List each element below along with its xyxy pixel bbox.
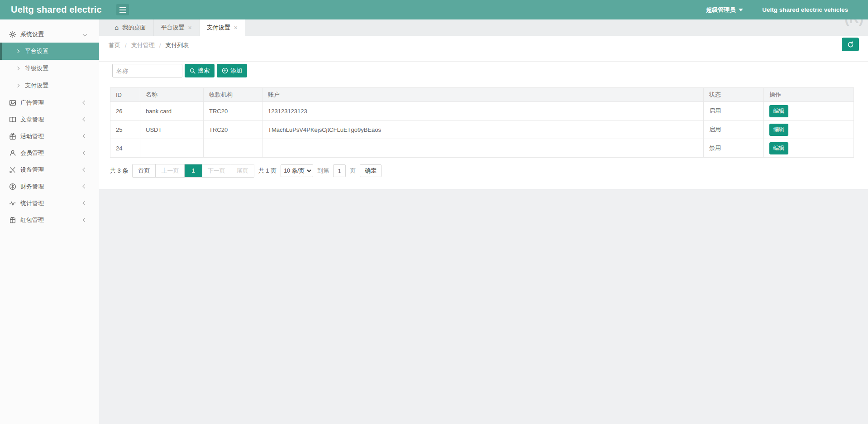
edit-button[interactable]: 编辑 bbox=[769, 124, 788, 136]
tab-label: 支付设置 bbox=[207, 24, 230, 32]
chevron-left-icon bbox=[83, 117, 87, 122]
page-count-text: 共 1 页 bbox=[258, 167, 277, 175]
sidebar-item-label: 文章管理 bbox=[20, 116, 44, 124]
chevron-right-icon bbox=[16, 49, 19, 53]
breadcrumb-bar: 首页 / 支付管理 / 支付列表 bbox=[99, 36, 868, 62]
sidebar-item-device-management[interactable]: 设备管理 bbox=[0, 161, 99, 178]
tab-payment-settings[interactable]: 支付设置 × bbox=[200, 19, 245, 36]
per-page-select[interactable]: 10 条/页 bbox=[281, 164, 313, 177]
close-icon[interactable]: × bbox=[188, 24, 192, 31]
sidebar-item-stats-management[interactable]: 统计管理 bbox=[0, 195, 99, 212]
content-panel: 首页 / 支付管理 / 支付列表 搜索 bbox=[99, 36, 868, 189]
chevron-left-icon bbox=[83, 134, 87, 139]
sidebar-subitem-label: 支付设置 bbox=[25, 82, 48, 90]
sidebar-subitem-level-settings[interactable]: 等级设置 bbox=[0, 60, 99, 77]
current-page-button[interactable]: 1 bbox=[185, 164, 202, 177]
tab-my-desktop[interactable]: ⌂ 我的桌面 bbox=[107, 19, 154, 36]
chevron-left-icon bbox=[83, 168, 87, 172]
status-badge: 启用 bbox=[704, 120, 764, 139]
chevron-left-icon bbox=[83, 218, 87, 222]
edit-button[interactable]: 编辑 bbox=[769, 105, 788, 117]
page-buttons: 首页 上一页 1 下一页 尾页 bbox=[132, 164, 254, 178]
sidebar-item-activity-management[interactable]: 活动管理 bbox=[0, 128, 99, 145]
cell-id: 25 bbox=[110, 120, 140, 139]
admin-dropdown[interactable]: 超级管理员 bbox=[706, 6, 743, 14]
sidebar-item-ad-management[interactable]: 广告管理 bbox=[0, 94, 99, 111]
tab-label: 我的桌面 bbox=[123, 24, 146, 32]
status-badge: 启用 bbox=[704, 102, 764, 120]
edit-button[interactable]: 编辑 bbox=[769, 142, 788, 154]
app-header: Ueltg shared electric 超级管理员 Ueltg shared… bbox=[0, 0, 868, 19]
cell-org bbox=[204, 139, 262, 158]
sidebar-subitem-platform-settings[interactable]: 平台设置 bbox=[0, 43, 99, 60]
cell-account: TMachLuPsV4PKejsCjtCFLuETgo9yBEaos bbox=[262, 120, 704, 139]
prev-page-button[interactable]: 上一页 bbox=[156, 164, 185, 177]
pagination: 共 3 条 首页 上一页 1 下一页 尾页 共 1 页 10 条/页 到第 页 … bbox=[110, 164, 868, 178]
search-input[interactable] bbox=[112, 64, 182, 77]
col-id: ID bbox=[110, 88, 140, 102]
sidebar-item-member-management[interactable]: 会员管理 bbox=[0, 145, 99, 161]
sidebar-item-article-management[interactable]: 文章管理 bbox=[0, 111, 99, 128]
next-page-button[interactable]: 下一页 bbox=[202, 164, 231, 177]
dollar-icon bbox=[9, 183, 16, 190]
sidebar-subitem-label: 平台设置 bbox=[25, 47, 48, 55]
col-name: 名称 bbox=[140, 88, 204, 102]
add-button[interactable]: 添加 bbox=[217, 64, 247, 77]
sidebar-item-label: 广告管理 bbox=[20, 99, 44, 107]
cell-account: 123123123123 bbox=[262, 102, 704, 120]
refresh-icon bbox=[847, 41, 854, 48]
menu-toggle-button[interactable] bbox=[116, 4, 129, 15]
search-button[interactable]: 搜索 bbox=[185, 64, 215, 77]
chevron-right-icon bbox=[16, 84, 19, 87]
sidebar-item-label: 设备管理 bbox=[20, 166, 44, 174]
admin-label: 超级管理员 bbox=[706, 6, 735, 14]
sidebar-item-system-settings[interactable]: 系统设置 bbox=[0, 26, 99, 43]
chevron-down-icon bbox=[739, 9, 743, 11]
sidebar-item-label: 统计管理 bbox=[20, 199, 44, 207]
goto-page-input[interactable] bbox=[333, 164, 346, 177]
sidebar-item-label: 财务管理 bbox=[20, 183, 44, 191]
cell-org: TRC20 bbox=[204, 120, 262, 139]
confirm-button[interactable]: 确定 bbox=[360, 164, 382, 177]
col-account: 账户 bbox=[262, 88, 704, 102]
first-page-button[interactable]: 首页 bbox=[133, 164, 156, 177]
total-count-text: 共 3 条 bbox=[110, 167, 128, 175]
plus-circle-icon bbox=[222, 67, 228, 74]
sidebar-subitem-label: 等级设置 bbox=[25, 64, 48, 72]
pulse-icon bbox=[9, 200, 16, 207]
sidebar-subitem-payment-settings[interactable]: 支付设置 bbox=[0, 77, 99, 94]
col-org: 收款机构 bbox=[204, 88, 262, 102]
chevron-left-icon bbox=[83, 151, 87, 155]
hamburger-icon bbox=[119, 7, 126, 8]
home-icon: ⌂ bbox=[114, 24, 119, 31]
col-actions: 操作 bbox=[764, 88, 854, 102]
sidebar-item-redpacket-management[interactable]: 红包管理 bbox=[0, 212, 99, 228]
breadcrumb-home[interactable]: 首页 bbox=[109, 41, 120, 49]
image-icon bbox=[9, 99, 16, 106]
status-badge: 禁用 bbox=[704, 139, 764, 158]
sidebar-item-label: 会员管理 bbox=[20, 149, 44, 157]
tab-platform-settings[interactable]: 平台设置 × bbox=[154, 19, 200, 36]
sidebar-item-finance-management[interactable]: 财务管理 bbox=[0, 178, 99, 195]
tab-bar: ⌂ 我的桌面 平台设置 × 支付设置 × bbox=[99, 19, 868, 36]
tools-icon bbox=[9, 166, 16, 173]
chevron-down-icon bbox=[83, 32, 87, 37]
cell-account bbox=[262, 139, 704, 158]
brand-text: Ueltg shared electric vehicles bbox=[762, 6, 848, 13]
book-icon bbox=[9, 116, 16, 123]
refresh-button[interactable] bbox=[842, 38, 859, 51]
sidebar: 系统设置 平台设置 等级设置 支付设置 广告管理 文章管理 bbox=[0, 19, 99, 424]
breadcrumb-payment-management[interactable]: 支付管理 bbox=[131, 41, 155, 49]
table-row: 25 USDT TRC20 TMachLuPsV4PKejsCjtCFLuETg… bbox=[110, 120, 854, 139]
close-icon[interactable]: × bbox=[234, 24, 238, 31]
chevron-left-icon bbox=[83, 184, 87, 189]
user-icon bbox=[9, 149, 16, 157]
search-toolbar: 搜索 添加 bbox=[112, 64, 868, 77]
table-row: 26 bank card TRC20 123123123123 启用 编辑 bbox=[110, 102, 854, 120]
tab-label: 平台设置 bbox=[161, 24, 185, 32]
gear-icon bbox=[9, 31, 16, 38]
table-row: 24 禁用 编辑 bbox=[110, 139, 854, 158]
gift-icon bbox=[9, 133, 16, 140]
last-page-button[interactable]: 尾页 bbox=[231, 164, 254, 177]
cell-name bbox=[140, 139, 204, 158]
